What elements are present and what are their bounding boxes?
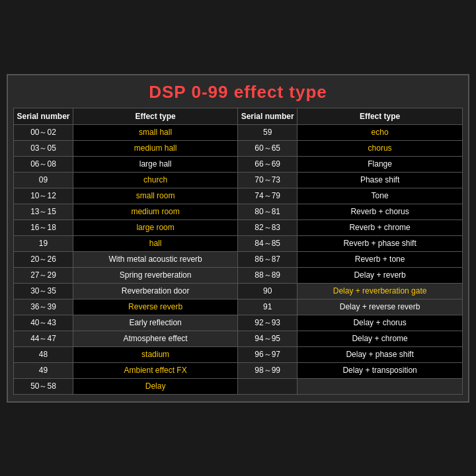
effect-cell-right: Tone [298,188,463,204]
table-row: 30～35Reverberation door90Delay + reverbe… [14,283,463,299]
table-row: 50～58Delay [14,378,463,394]
serial-cell-right: 70～73 [238,172,298,188]
serial-cell-left: 20～26 [14,251,73,267]
effect-cell-right: Delay + chrome [298,331,463,346]
serial-cell-left: 06～08 [14,156,73,172]
effect-cell-left: large room [73,219,238,235]
effect-cell-right: chorus [298,140,463,156]
effect-cell-right [298,378,463,394]
effect-cell-left: stadium [73,346,238,362]
effect-cell-left: medium hall [73,140,238,156]
serial-cell-left: 49 [14,362,73,378]
serial-cell-left: 27～29 [14,267,73,283]
serial-cell-right: 92～93 [238,315,298,331]
header-serial1: Serial number [14,108,73,124]
effect-cell-right: Delay + transposition [298,362,463,378]
effect-cell-left: Ambient effect FX [73,362,238,378]
serial-cell-left: 10～12 [14,188,73,204]
serial-cell-right: 84～85 [238,235,298,251]
effect-cell-left: Delay [73,378,238,394]
serial-cell-right: 74～79 [238,188,298,204]
effect-cell-right: Reverb + tone [298,251,463,267]
serial-cell-left: 30～35 [14,283,73,299]
effect-cell-left: hall [73,235,238,251]
table-row: 20～26With metal acoustic reverb86～87Reve… [14,251,463,267]
serial-cell-left: 19 [14,235,73,251]
serial-cell-left: 00～02 [14,124,73,140]
effect-cell-left: Early reflection [73,315,238,331]
effect-cell-left: church [73,172,238,188]
table-row: 27～29Spring reverberation88～89Delay + re… [14,267,463,283]
serial-cell-left: 16～18 [14,219,73,235]
table-row: 40～43Early reflection92～93Delay + chorus [14,315,463,331]
serial-cell-left: 40～43 [14,315,73,331]
serial-cell-left: 09 [14,172,73,188]
table-row: 49Ambient effect FX98～99Delay + transpos… [14,362,463,378]
serial-cell-left: 03～05 [14,140,73,156]
header-serial2: Serial number [238,108,298,124]
serial-cell-right: 96～97 [238,346,298,362]
page-title: DSP 0-99 effect type [13,82,463,102]
effect-cell-left: small room [73,188,238,204]
serial-cell-right: 82～83 [238,219,298,235]
effect-cell-left: Reverberation door [73,283,238,299]
effect-cell-left: small hall [73,124,238,140]
serial-cell-right: 88～89 [238,267,298,283]
table-row: 19hall84～85Reverb + phase shift [14,235,463,251]
serial-cell-left: 36～39 [14,299,73,315]
serial-cell-right: 94～95 [238,331,298,346]
table-row: 00～02small hall59echo [14,124,463,140]
serial-cell-right: 90 [238,283,298,299]
table-row: 44～47Atmosphere effect94～95Delay + chrom… [14,331,463,346]
effect-cell-left: Reverse reverb [73,299,238,315]
effect-cell-right: Delay + phase shift [298,346,463,362]
serial-cell-right: 60～65 [238,140,298,156]
effect-cell-right: Reverb + phase shift [298,235,463,251]
effect-cell-right: Delay + reverse reverb [298,299,463,315]
table-row: 13～15medium room80～81Reverb + chorus [14,204,463,219]
serial-cell-left: 48 [14,346,73,362]
header-effect1: Effect type [73,108,238,124]
serial-cell-right: 91 [238,299,298,315]
serial-cell-right: 59 [238,124,298,140]
serial-cell-right: 66～69 [238,156,298,172]
serial-cell-left: 44～47 [14,331,73,346]
main-container: DSP 0-99 effect type Serial number Effec… [7,74,469,403]
effect-cell-right: Reverb + chrome [298,219,463,235]
effect-cell-right: Reverb + chorus [298,204,463,219]
effect-cell-left: medium room [73,204,238,219]
effect-cell-left: Atmosphere effect [73,331,238,346]
effect-cell-right: Delay + reverberation gate [298,283,463,299]
serial-cell-right: 86～87 [238,251,298,267]
serial-cell-right: 98～99 [238,362,298,378]
serial-cell-right [238,378,298,394]
table-header-row: Serial number Effect type Serial number … [14,108,463,124]
effect-cell-left: large hall [73,156,238,172]
table-row: 10～12small room74～79Tone [14,188,463,204]
serial-cell-left: 13～15 [14,204,73,219]
effect-cell-right: echo [298,124,463,140]
dsp-table: Serial number Effect type Serial number … [13,108,463,395]
effect-cell-right: Delay + reverb [298,267,463,283]
table-row: 48stadium96～97Delay + phase shift [14,346,463,362]
effect-cell-left: Spring reverberation [73,267,238,283]
table-row: 36～39Reverse reverb91Delay + reverse rev… [14,299,463,315]
effect-cell-left: With metal acoustic reverb [73,251,238,267]
table-row: 09church70～73Phase shift [14,172,463,188]
effect-cell-right: Flange [298,156,463,172]
serial-cell-right: 80～81 [238,204,298,219]
header-effect2: Effect type [298,108,463,124]
table-row: 06～08large hall66～69Flange [14,156,463,172]
table-row: 16～18large room82～83Reverb + chrome [14,219,463,235]
effect-cell-right: Phase shift [298,172,463,188]
serial-cell-left: 50～58 [14,378,73,394]
table-row: 03～05medium hall60～65chorus [14,140,463,156]
effect-cell-right: Delay + chorus [298,315,463,331]
